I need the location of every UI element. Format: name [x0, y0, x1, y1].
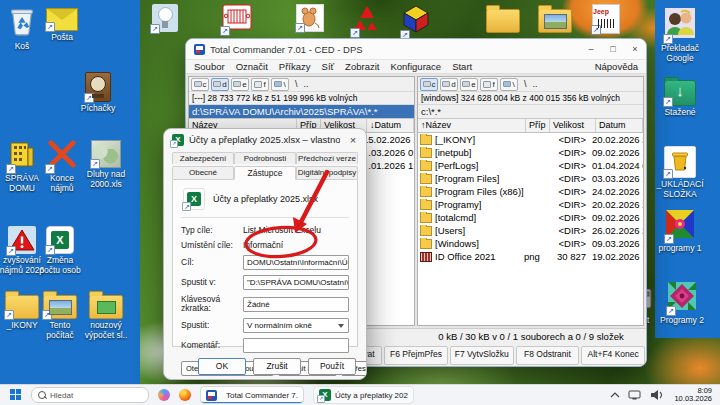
cancel-button[interactable]: Zrušit [253, 358, 301, 375]
tab-predchozi-verze[interactable]: Předchozí verze [296, 152, 358, 164]
run-mode-select[interactable]: V normálním okně [243, 318, 349, 333]
root-link[interactable]: \ [524, 79, 527, 89]
file-row[interactable]: [Programy]<DIR>20.02.2026 20 [418, 198, 643, 211]
up-dir-link[interactable]: .. [533, 79, 538, 89]
tab-zabezpeceni[interactable]: Zabezpečení [172, 152, 234, 164]
file-row[interactable]: [inetpub]<DIR>09.02.2026 13 [418, 146, 643, 159]
tab-digitalni-podpisy[interactable]: Digitální podpisy [296, 166, 358, 180]
search-icon [38, 391, 46, 399]
header-nazev[interactable]: ↑Název [418, 119, 526, 132]
icon-label: Změna počtu osob [36, 256, 84, 275]
drive-f-button[interactable]: f [251, 78, 269, 91]
desktop-icon-lightbulb[interactable] [152, 4, 178, 32]
copilot-icon[interactable] [158, 389, 170, 401]
right-path-bar[interactable]: c:\*.* [418, 105, 643, 119]
tab-zastupce[interactable]: Zástupce [234, 166, 296, 180]
firefox-icon[interactable] [179, 389, 191, 401]
mail-envelope-icon [46, 8, 78, 31]
desktop-icon-folder[interactable] [486, 4, 520, 33]
file-row[interactable]: [Program Files (x86)]<DIR>24.02.2026 17 [418, 185, 643, 198]
desktop-icon-jeep-logo[interactable]: Jeep [592, 4, 620, 34]
desktop-icon-pichacky[interactable]: Píchačky [74, 72, 122, 114]
drive-d-button[interactable]: d [440, 78, 458, 91]
menu-konfigurace[interactable]: Konfigurace [390, 61, 441, 72]
drive-d-button[interactable]: d [211, 78, 229, 91]
comment-input[interactable] [243, 338, 349, 353]
file-row[interactable]: [Windows]<DIR>09.03.2026 15 [418, 237, 643, 250]
header-datum[interactable]: Datum [596, 119, 643, 132]
desktop-icon-triangles[interactable] [352, 4, 382, 36]
right-free-space: [windows] 324 628 004 kB z 400 015 356 k… [418, 92, 643, 105]
drive-e-button[interactable]: e [231, 78, 249, 91]
file-row[interactable]: [Program Files]<DIR>03.03.2026 15 [418, 172, 643, 185]
taskbar-clock[interactable]: 8:09 10.03.2026 [674, 387, 712, 404]
f6-button[interactable]: F6 PřejmPřes [384, 346, 448, 365]
file-row[interactable]: [totalcmd]<DIR>09.02.2026 13 [418, 211, 643, 224]
maximize-button[interactable]: □ [602, 40, 624, 59]
tab-obecne[interactable]: Obecné [172, 166, 234, 180]
drive-c-button[interactable]: c [420, 78, 438, 91]
menu-prikazy[interactable]: Příkazy [279, 61, 311, 72]
desktop-icon-zmena[interactable]: Změna počtu osob [36, 226, 84, 275]
desktop-icon-programy2[interactable]: Programy 2 [658, 282, 706, 326]
minimize-button[interactable]: – [580, 40, 602, 59]
desktop-icon-programy1[interactable]: programy 1 [656, 210, 704, 254]
network-drive-button[interactable]: \ [500, 78, 518, 91]
tc-title-bar[interactable]: Total Commander 7.01 - CED - DPS – □ × [186, 39, 646, 60]
header-prip[interactable]: Příp [526, 119, 550, 132]
desktop-icon-posta[interactable]: Pošta [38, 8, 86, 43]
left-free-space: [---] 28 733 772 kB z 51 199 996 kB voln… [189, 92, 414, 105]
start-in-input[interactable]: "D:\SPRÁVA DOMU\Ostatní\Informační" [243, 275, 349, 290]
desktop-icon-cube[interactable] [402, 4, 430, 38]
menu-oznacit[interactable]: Označit [236, 61, 268, 72]
file-row[interactable]: [_IKONY]<DIR>20.02.2026 21 [418, 133, 643, 146]
altf4-button[interactable]: Alt+F4 Konec [581, 346, 645, 365]
network-drive-button[interactable]: \ [271, 78, 289, 91]
file-row[interactable]: [Users]<DIR>26.02.2026 20 [418, 224, 643, 237]
taskbar-search[interactable]: Hledat [31, 387, 149, 403]
folder-icon [420, 174, 432, 184]
menu-napoveda[interactable]: Nápověda [595, 61, 638, 72]
desktop-icon-nouzovy[interactable]: nouzový výpočet sl.. [82, 290, 130, 340]
drive-c-button[interactable]: c [191, 78, 209, 91]
header-velikost[interactable]: Velikost [550, 119, 596, 132]
dialog-title-bar[interactable]: Účty a přeplatky 2025.xlsx – vlastnosti … [164, 129, 366, 150]
dialog-close-button[interactable]: × [340, 134, 366, 146]
file-row[interactable]: [PerfLogs]<DIR>01.04.2024 08 [418, 159, 643, 172]
file-row[interactable]: ID Office 2021png30 82719.02.2026 18 [418, 250, 643, 263]
desktop-icon-mouse[interactable] [296, 4, 324, 32]
menu-sit[interactable]: Síť [322, 61, 335, 72]
tray-icons[interactable] [609, 388, 667, 402]
taskbar-app-excel[interactable]: Účty a přeplatky 202 [313, 386, 414, 404]
desktop-icon-dluhy[interactable]: Dluhy nad 2000.xls [82, 140, 130, 189]
taskbar-app-total-commander[interactable]: Total Commander 7. [200, 386, 304, 404]
tab-podrobnosti[interactable]: Podrobnosti [234, 152, 296, 164]
target-input[interactable]: DOMU\Ostatní\Informační\Účty a přeplatky… [243, 255, 349, 270]
desktop-icon-ukladaci[interactable]: _UKLÁDACÍ SLOŽKA [652, 146, 708, 199]
desktop-icon-stazene[interactable]: Stažené [656, 76, 704, 118]
f8-button[interactable]: F8 Odstranit [516, 346, 580, 365]
up-dir-link[interactable]: .. [304, 79, 309, 89]
ok-button[interactable]: OK [198, 358, 246, 375]
desktop-icon-jeep-front[interactable] [222, 4, 252, 34]
desktop-icon-tento-pocitac[interactable]: Tento počítač [36, 290, 84, 340]
shortcut-arrow-icon [182, 202, 191, 211]
drive-e-button[interactable]: e [460, 78, 478, 91]
drive-f-button[interactable]: f [480, 78, 498, 91]
apply-button[interactable]: Použít [308, 358, 356, 375]
start-button[interactable] [10, 389, 22, 401]
icon-label: Tento počítač [36, 321, 84, 340]
root-link[interactable]: \ [295, 79, 298, 89]
left-path-bar[interactable]: d:\SPRÁVA DOMU\Archiv\2025\SPRÁVA\*.* [189, 105, 414, 119]
close-button[interactable]: × [624, 40, 646, 59]
menu-start[interactable]: Start [452, 61, 472, 72]
menu-zobrazit[interactable]: Zobrazit [345, 61, 379, 72]
header-datum[interactable]: ↓Datum [367, 119, 414, 132]
desktop-icon-prekladac[interactable]: Překladač Google [656, 8, 704, 63]
desktop-icon-konce-najmu[interactable]: Konce nájmů [38, 140, 86, 193]
menu-soubor[interactable]: Soubor [194, 61, 225, 72]
shortcut-key-input[interactable]: Žádné [243, 297, 349, 312]
shortcut-arrow-icon [4, 310, 14, 320]
desktop-icon-photo-folder[interactable] [538, 4, 572, 33]
f7-button[interactable]: F7 VytvSložku [450, 346, 514, 365]
